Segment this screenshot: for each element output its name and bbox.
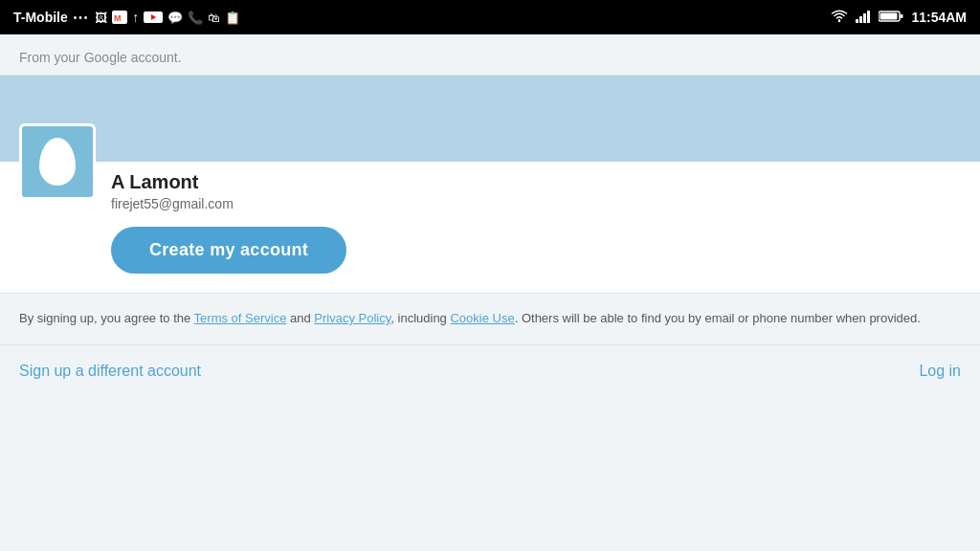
svg-rect-6: [859, 16, 862, 23]
clipboard-icon: 📋: [225, 11, 240, 25]
battery-icon: [879, 10, 903, 26]
from-google-label: From your Google account.: [0, 34, 980, 75]
main-content: From your Google account. A Lamont firej…: [0, 34, 980, 397]
wifi-icon: [831, 10, 848, 26]
profile-banner: [0, 76, 980, 162]
profile-card: A Lamont firejet55@gmail.com Create my a…: [0, 75, 980, 294]
create-account-button[interactable]: Create my account: [111, 227, 346, 274]
svg-rect-8: [867, 11, 870, 23]
profile-email: firejet55@gmail.com: [111, 196, 346, 211]
svg-text:M: M: [114, 13, 122, 23]
bottom-actions: Sign up a different account Log in: [0, 345, 980, 397]
carrier-name: T-Mobile: [13, 10, 68, 25]
login-link[interactable]: Log in: [919, 363, 961, 380]
svg-rect-11: [880, 12, 898, 19]
tos-rest: Others will be able to find you by email…: [518, 311, 921, 325]
tos-prefix: By signing up, you agree to the: [19, 311, 194, 325]
signal-icon: [856, 10, 871, 26]
profile-name: A Lamont: [111, 171, 346, 193]
status-left: T-Mobile ••• 🖼 M ↑ 💬 📞 🛍 📋: [13, 10, 240, 25]
cookie-use-link[interactable]: Cookie Use: [450, 311, 514, 325]
time-display: 11:54AM: [911, 10, 967, 25]
status-bar: T-Mobile ••• 🖼 M ↑ 💬 📞 🛍 📋: [0, 0, 980, 34]
svg-rect-5: [856, 19, 858, 23]
notification-icons: 🖼 M ↑ 💬 📞 🛍 📋: [95, 10, 240, 25]
avatar-wrapper: [19, 123, 96, 200]
svg-rect-10: [901, 14, 903, 18]
youtube-icon: [144, 11, 163, 23]
gmail-icon: M: [112, 11, 127, 24]
upload-icon: ↑: [132, 10, 139, 25]
tos-including: including: [394, 311, 451, 325]
privacy-policy-link[interactable]: Privacy Policy: [314, 311, 390, 325]
image-icon: 🖼: [95, 11, 107, 25]
carrier-dots: •••: [74, 12, 90, 23]
profile-text: A Lamont firejet55@gmail.com Create my a…: [111, 162, 346, 274]
shopping-icon: 🛍: [208, 11, 220, 25]
sign-up-different-link[interactable]: Sign up a different account: [19, 363, 201, 380]
phone-icon: 📞: [188, 11, 203, 25]
tos-and: and: [286, 311, 314, 325]
status-right: 11:54AM: [831, 10, 967, 26]
svg-rect-7: [863, 13, 866, 23]
avatar: [19, 123, 96, 200]
chat-icon: 💬: [167, 11, 183, 25]
terms-of-service-link[interactable]: Terms of Service: [194, 311, 287, 325]
tos-text: By signing up, you agree to the Terms of…: [0, 294, 980, 345]
avatar-egg-icon: [39, 138, 76, 186]
profile-info-row: A Lamont firejet55@gmail.com Create my a…: [0, 162, 980, 293]
svg-point-4: [838, 19, 840, 21]
